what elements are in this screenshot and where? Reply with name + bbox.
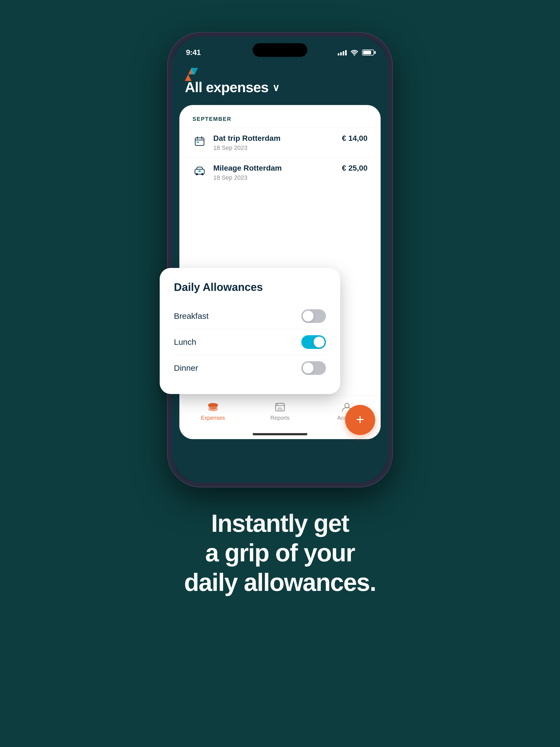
car-icon xyxy=(193,164,207,178)
nav-item-expenses[interactable]: Expenses xyxy=(197,402,229,421)
svg-point-10 xyxy=(196,173,198,175)
status-time: 9:41 xyxy=(186,48,201,57)
dynamic-island xyxy=(253,43,307,57)
tagline-line2: a grip of your xyxy=(205,539,355,567)
toggle-knob xyxy=(303,363,314,374)
expense-amount: € 25,00 xyxy=(342,164,367,173)
nav-item-reports[interactable]: Reports xyxy=(263,402,297,421)
svg-point-14 xyxy=(208,407,218,411)
dinner-toggle[interactable] xyxy=(301,361,326,375)
daily-allowances-title: Daily Allowances xyxy=(174,281,326,293)
svg-point-16 xyxy=(345,403,349,408)
phone-frame: 9:41 xyxy=(168,33,392,487)
lunch-toggle[interactable] xyxy=(301,335,326,349)
screen-header[interactable]: All expenses ∨ xyxy=(185,79,375,96)
calendar-icon xyxy=(193,134,207,148)
expense-info: Dat trip Rotterdam 18 Sep 2023 xyxy=(213,134,342,152)
svg-marker-3 xyxy=(192,68,198,74)
expense-date: 18 Sep 2023 xyxy=(213,145,342,152)
expense-item[interactable]: Mileage Rotterdam 18 Sep 2023 € 25,00 xyxy=(179,157,381,187)
battery-icon xyxy=(362,50,374,55)
phone-screen: 9:41 xyxy=(172,36,388,483)
allowance-item-dinner[interactable]: Dinner xyxy=(174,355,326,381)
reports-icon xyxy=(273,402,287,413)
expense-name: Dat trip Rotterdam xyxy=(213,134,342,143)
toggle-knob xyxy=(303,311,314,321)
fab-add-button[interactable]: + xyxy=(345,405,375,435)
allowance-item-breakfast[interactable]: Breakfast xyxy=(174,303,326,329)
nav-label-reports: Reports xyxy=(271,415,289,421)
signal-bars-icon xyxy=(338,50,347,55)
status-icons xyxy=(338,50,374,55)
daily-allowances-card: Daily Allowances Breakfast Lunch Dinner xyxy=(160,268,340,394)
page-title[interactable]: All expenses ∨ xyxy=(185,79,375,96)
tagline-line3: daily allowances. xyxy=(184,569,376,596)
expense-date: 18 Sep 2023 xyxy=(213,174,342,181)
expense-amount: € 14,00 xyxy=(342,134,367,143)
allowance-name-dinner: Dinner xyxy=(174,363,198,373)
page-title-text: All expenses xyxy=(185,79,269,96)
expenses-icon xyxy=(206,402,220,413)
expense-info: Mileage Rotterdam 18 Sep 2023 xyxy=(213,164,342,181)
nav-label-expenses: Expenses xyxy=(201,415,225,421)
phone-mockup: 9:41 xyxy=(168,33,392,487)
tagline-line1: Instantly get xyxy=(211,510,349,537)
breakfast-toggle[interactable] xyxy=(301,309,326,323)
svg-point-11 xyxy=(201,173,203,175)
fab-plus-icon: + xyxy=(356,412,364,427)
svg-point-0 xyxy=(354,54,355,55)
svg-rect-4 xyxy=(195,138,204,146)
allowance-name-breakfast: Breakfast xyxy=(174,311,209,321)
wifi-icon xyxy=(351,50,358,55)
svg-rect-12 xyxy=(199,170,201,172)
allowance-item-lunch[interactable]: Lunch xyxy=(174,329,326,355)
section-month-label: SEPTEMBER xyxy=(179,105,381,128)
home-indicator xyxy=(253,433,307,435)
toggle-knob xyxy=(314,337,325,347)
chevron-down-icon: ∨ xyxy=(272,82,279,94)
svg-rect-8 xyxy=(197,141,199,143)
expense-item[interactable]: Dat trip Rotterdam 18 Sep 2023 € 14,00 xyxy=(179,128,381,157)
allowance-name-lunch: Lunch xyxy=(174,337,196,347)
tagline: Instantly get a grip of your daily allow… xyxy=(184,509,376,597)
expense-name: Mileage Rotterdam xyxy=(213,164,342,173)
